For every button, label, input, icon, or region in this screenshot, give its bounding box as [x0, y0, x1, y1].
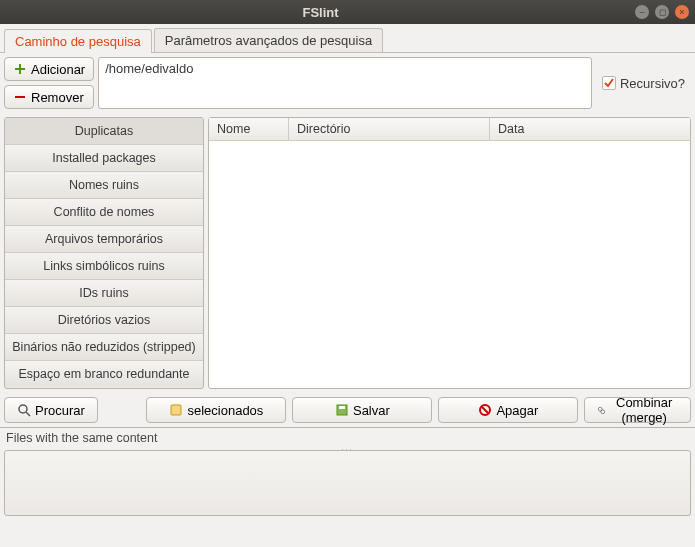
- tab-search-path[interactable]: Caminho de pesquisa: [4, 29, 152, 53]
- file-pane: Nome Directório Data: [208, 117, 691, 389]
- recursive-checkbox[interactable]: Recursivo?: [596, 57, 691, 109]
- category-bad-symlinks[interactable]: Links simbólicos ruins: [5, 253, 203, 280]
- delete-button[interactable]: Apagar: [438, 397, 578, 423]
- path-list[interactable]: /home/edivaldo: [98, 57, 592, 109]
- find-button-label: Procurar: [35, 403, 85, 418]
- svg-line-2: [26, 412, 30, 416]
- main-area: Duplicatas Installed packages Nomes ruin…: [0, 113, 695, 393]
- column-name[interactable]: Nome: [209, 118, 289, 140]
- select-icon: [169, 403, 183, 417]
- floppy-icon: [335, 403, 349, 417]
- column-date[interactable]: Data: [490, 118, 690, 140]
- title-bar: FSlint – ◻ ×: [0, 0, 695, 24]
- svg-rect-0: [15, 96, 25, 98]
- delete-button-label: Apagar: [496, 403, 538, 418]
- svg-rect-3: [171, 405, 181, 415]
- path-buttons: Adicionar Remover: [4, 57, 94, 109]
- file-list[interactable]: [209, 141, 690, 388]
- search-path-panel: Adicionar Remover /home/edivaldo Recursi…: [0, 53, 695, 113]
- action-row: Procurar selecionados Salvar Apagar: [0, 393, 695, 427]
- category-temp-files[interactable]: Arquivos temporários: [5, 226, 203, 253]
- svg-line-7: [482, 407, 489, 414]
- category-whitespace[interactable]: Espaço em branco redundante: [5, 361, 203, 387]
- add-button-label: Adicionar: [31, 62, 85, 77]
- remove-button-label: Remover: [31, 90, 84, 105]
- category-bad-ids[interactable]: IDs ruins: [5, 280, 203, 307]
- add-button[interactable]: Adicionar: [4, 57, 94, 81]
- path-entry[interactable]: /home/edivaldo: [105, 61, 585, 76]
- category-installed-packages[interactable]: Installed packages: [5, 145, 203, 172]
- file-header: Nome Directório Data: [209, 118, 690, 141]
- svg-rect-5: [339, 406, 345, 409]
- find-button[interactable]: Procurar: [4, 397, 98, 423]
- save-button[interactable]: Salvar: [292, 397, 432, 423]
- stop-icon: [478, 403, 492, 417]
- selected-button-label: selecionados: [187, 403, 263, 418]
- tab-bar: Caminho de pesquisa Parâmetros avançados…: [0, 24, 695, 53]
- category-nonstripped[interactable]: Binários não reduzidos (stripped): [5, 334, 203, 361]
- plus-icon: [13, 62, 27, 76]
- category-name-clashes[interactable]: Conflito de nomes: [5, 199, 203, 226]
- merge-icon: [597, 403, 606, 417]
- recursive-label: Recursivo?: [620, 76, 685, 91]
- output-pane[interactable]: ···: [4, 450, 691, 516]
- save-button-label: Salvar: [353, 403, 390, 418]
- tab-advanced[interactable]: Parâmetros avançados de pesquisa: [154, 28, 383, 52]
- remove-button[interactable]: Remover: [4, 85, 94, 109]
- checkbox-icon: [602, 76, 616, 90]
- window-controls: – ◻ ×: [635, 5, 689, 19]
- category-list: Duplicatas Installed packages Nomes ruin…: [4, 117, 204, 389]
- column-directory[interactable]: Directório: [289, 118, 490, 140]
- window-title: FSlint: [6, 5, 635, 20]
- category-duplicates[interactable]: Duplicatas: [5, 118, 203, 145]
- minus-icon: [13, 90, 27, 104]
- maximize-button[interactable]: ◻: [655, 5, 669, 19]
- pane-gripper-icon[interactable]: ···: [328, 446, 368, 452]
- svg-point-9: [601, 410, 605, 414]
- merge-button-label: Combinar (merge): [610, 395, 678, 425]
- category-empty-dirs[interactable]: Diretórios vazios: [5, 307, 203, 334]
- category-bad-names[interactable]: Nomes ruins: [5, 172, 203, 199]
- merge-button[interactable]: Combinar (merge): [584, 397, 691, 423]
- search-icon: [17, 403, 31, 417]
- svg-point-1: [19, 405, 27, 413]
- close-button[interactable]: ×: [675, 5, 689, 19]
- minimize-button[interactable]: –: [635, 5, 649, 19]
- selected-button[interactable]: selecionados: [146, 397, 286, 423]
